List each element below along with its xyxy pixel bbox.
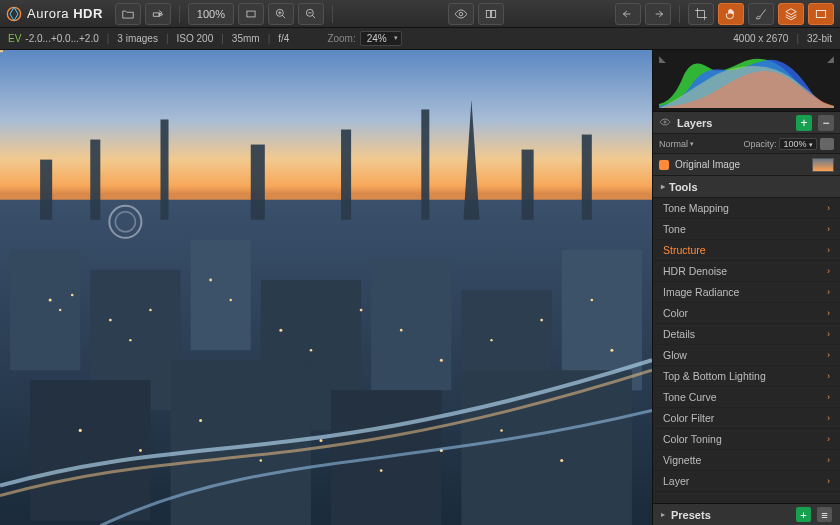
svg-point-49 <box>199 419 202 422</box>
tool-row[interactable]: Structure› <box>653 240 840 261</box>
tool-row[interactable]: HDR Denoise› <box>653 261 840 282</box>
app-name: Aurora HDR <box>27 6 103 21</box>
remove-layer-button[interactable]: − <box>818 115 834 131</box>
brush-button[interactable] <box>748 3 774 25</box>
tool-row[interactable]: Details› <box>653 324 840 345</box>
tool-label: Color Filter <box>663 412 714 424</box>
preview-button[interactable] <box>448 3 474 25</box>
svg-point-34 <box>129 339 131 341</box>
zoom-select[interactable]: 24%▾ <box>360 31 402 46</box>
svg-point-54 <box>500 429 503 432</box>
svg-point-52 <box>380 469 383 472</box>
chevron-right-icon: › <box>827 455 830 465</box>
tools-list: Tone Mapping›Tone›Structure›HDR Denoise›… <box>653 198 840 503</box>
svg-point-45 <box>591 299 594 302</box>
layers-toggle-button[interactable] <box>778 3 804 25</box>
layers-title: Layers <box>677 117 790 129</box>
eye-icon[interactable] <box>659 116 671 130</box>
ev-value: -2.0...+0.0...+2.0 <box>25 33 98 44</box>
tool-row[interactable]: Glow› <box>653 345 840 366</box>
tool-label: Layer <box>663 475 689 487</box>
chevron-down-icon: ▸ <box>661 182 665 191</box>
tool-label: Tone Curve <box>663 391 717 403</box>
tool-label: Structure <box>663 244 706 256</box>
svg-point-30 <box>49 299 52 302</box>
chevron-right-icon: ▸ <box>661 510 665 519</box>
toolbar-separator <box>179 5 180 23</box>
fit-screen-button[interactable] <box>238 3 264 25</box>
compare-button[interactable] <box>478 3 504 25</box>
chevron-right-icon: › <box>827 392 830 402</box>
tool-row[interactable]: Color Toning› <box>653 429 840 450</box>
mask-button[interactable] <box>820 138 834 150</box>
pan-hand-button[interactable] <box>718 3 744 25</box>
add-layer-button[interactable]: + <box>796 115 812 131</box>
bit-depth: 32-bit <box>807 33 832 44</box>
tool-label: Top & Bottom Lighting <box>663 370 766 382</box>
chevron-right-icon: › <box>827 266 830 276</box>
open-folder-button[interactable] <box>115 3 141 25</box>
crop-button[interactable] <box>688 3 714 25</box>
tool-label: Color Toning <box>663 433 722 445</box>
layer-item[interactable]: Original Image <box>653 154 840 176</box>
image-count: 3 images <box>117 33 158 44</box>
opacity-label: Opacity: <box>743 139 776 149</box>
svg-rect-24 <box>562 250 642 390</box>
chevron-right-icon: › <box>827 413 830 423</box>
svg-rect-22 <box>371 260 451 390</box>
tool-row[interactable]: Tone› <box>653 219 840 240</box>
svg-point-46 <box>610 349 613 352</box>
city-photo <box>0 50 652 525</box>
svg-point-31 <box>59 309 61 311</box>
tool-row[interactable]: Tone Mapping› <box>653 198 840 219</box>
iso-value: ISO 200 <box>177 33 214 44</box>
svg-rect-16 <box>522 150 534 220</box>
highlight-clip-icon: ◢ <box>827 54 834 64</box>
add-preset-button[interactable]: + <box>796 507 811 522</box>
layer-thumbnail <box>812 158 834 172</box>
svg-point-38 <box>279 329 282 332</box>
tool-row[interactable]: Color Filter› <box>653 408 840 429</box>
svg-rect-14 <box>341 130 351 220</box>
layer-label: Original Image <box>675 159 740 170</box>
image-viewport[interactable] <box>0 50 652 525</box>
histogram-toggle-button[interactable] <box>808 3 834 25</box>
tool-label: Vignette <box>663 454 701 466</box>
undo-button[interactable] <box>615 3 641 25</box>
tool-row[interactable]: Top & Bottom Lighting› <box>653 366 840 387</box>
svg-point-0 <box>7 7 20 20</box>
tool-row[interactable]: Tone Curve› <box>653 387 840 408</box>
svg-rect-15 <box>421 109 429 219</box>
svg-rect-29 <box>0 50 3 52</box>
svg-point-36 <box>209 279 212 282</box>
svg-rect-12 <box>160 119 168 219</box>
focal-length: 35mm <box>232 33 260 44</box>
zoom-out-button[interactable] <box>298 3 324 25</box>
export-button[interactable] <box>145 3 171 25</box>
histogram[interactable]: ◣ ◢ <box>653 50 840 112</box>
tool-row[interactable]: Layer› <box>653 471 840 492</box>
chevron-right-icon: › <box>827 308 830 318</box>
tool-row[interactable]: Color› <box>653 303 840 324</box>
zoom-100-button[interactable]: 100% <box>188 3 234 25</box>
layer-visibility-toggle[interactable] <box>659 160 669 170</box>
presets-title: Presets <box>671 509 790 521</box>
opacity-field[interactable]: 100% ▾ <box>779 138 817 150</box>
redo-button[interactable] <box>645 3 671 25</box>
tool-label: HDR Denoise <box>663 265 727 277</box>
tool-row[interactable]: Vignette› <box>653 450 840 471</box>
blend-mode-select[interactable]: Normal▾ <box>659 139 694 149</box>
chevron-right-icon: › <box>827 476 830 486</box>
chevron-right-icon: › <box>827 245 830 255</box>
zoom-in-button[interactable] <box>268 3 294 25</box>
presets-footer[interactable]: ▸ Presets + ≡ <box>653 503 840 525</box>
svg-point-48 <box>139 449 142 452</box>
presets-menu-button[interactable]: ≡ <box>817 507 832 522</box>
layers-header: Layers + − <box>653 112 840 134</box>
svg-point-33 <box>109 319 112 322</box>
svg-point-35 <box>149 309 152 312</box>
svg-rect-17 <box>582 135 592 220</box>
svg-point-51 <box>319 439 322 442</box>
tool-row[interactable]: Image Radiance› <box>653 282 840 303</box>
tools-header[interactable]: ▸ Tools <box>653 176 840 198</box>
